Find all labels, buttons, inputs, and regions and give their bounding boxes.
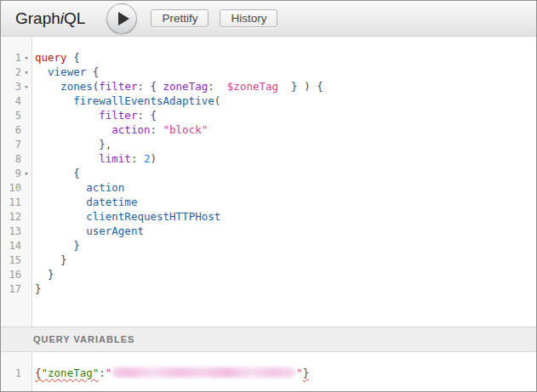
code-token: } — [48, 268, 54, 281]
toolbar: GraphiQL Prettify History — [1, 1, 536, 37]
redacted-value — [112, 367, 295, 378]
code-line: } — [35, 238, 536, 253]
line-number: 1 — [1, 366, 21, 381]
line-number: 16 — [1, 268, 21, 282]
code-token: "zoneTag" — [42, 366, 100, 379]
code-token: filter — [99, 80, 137, 93]
code-token: action — [86, 181, 124, 194]
play-icon — [118, 12, 129, 26]
code-line: } — [35, 267, 536, 281]
query-editor-code[interactable]: query { viewer { zones(filter: { zoneTag… — [32, 37, 536, 327]
fold-toggle-icon[interactable]: ▾ — [21, 65, 31, 80]
code-token — [35, 80, 60, 93]
code-token: ) — [151, 152, 157, 165]
code-token — [35, 268, 48, 281]
variables-panel-header[interactable]: QUERY VARIABLES — [1, 327, 536, 352]
code-line: action: "block" — [35, 122, 536, 137]
logo-text-2: QL — [64, 9, 85, 27]
app-logo: GraphiQL — [15, 9, 85, 28]
code-token: } ) { — [278, 80, 323, 93]
code-line: query { — [35, 50, 536, 65]
line-number: 7 — [1, 138, 21, 152]
line-number: 1 — [1, 51, 21, 65]
code-token: } — [303, 366, 310, 379]
code-line: datetime — [35, 195, 536, 209]
fold-toggle-icon[interactable]: ▾ — [21, 80, 31, 94]
code-token: userAgent — [86, 224, 144, 237]
line-number: 6 — [1, 123, 21, 138]
code-line: } — [35, 281, 536, 296]
code-token: query — [35, 51, 67, 64]
code-token: }, — [99, 138, 111, 151]
code-token: } — [35, 282, 42, 295]
code-token: clientRequestHTTPHost — [86, 210, 220, 223]
line-number: 9 — [1, 167, 21, 181]
code-token — [35, 65, 48, 78]
line-number: 17 — [1, 282, 21, 297]
code-line: zones(filter: { zoneTag: $zoneTag } ) { — [35, 79, 536, 94]
code-token: 2 — [144, 152, 151, 165]
code-token: } — [60, 253, 67, 266]
code-token: zoneTag — [163, 80, 209, 93]
code-line: filter: { — [35, 108, 536, 122]
code-token: { — [73, 167, 80, 179]
line-number: 13 — [1, 224, 21, 239]
variables-editor: 1 {"zoneTag":""} — [1, 352, 536, 391]
code-token: " — [296, 366, 303, 379]
code-token: : — [150, 123, 163, 136]
code-token: $zoneTag — [227, 80, 278, 93]
history-button[interactable]: History — [220, 9, 277, 27]
line-number: 10 — [1, 181, 21, 196]
code-line: limit: 2) — [35, 151, 536, 166]
code-token — [35, 210, 86, 223]
line-number: 3 — [1, 80, 21, 94]
code-token: " — [106, 366, 112, 379]
variables-panel-title: QUERY VARIABLES — [33, 334, 134, 344]
code-token — [35, 224, 86, 237]
graphiql-window: GraphiQL Prettify History 1▾2▾3▾456789▾1… — [0, 0, 537, 392]
code-token — [35, 167, 73, 179]
code-line: { — [35, 166, 536, 180]
code-token: { — [35, 366, 42, 379]
code-token: : { — [137, 80, 163, 93]
variables-editor-code[interactable]: {"zoneTag":""} — [32, 352, 536, 391]
code-line: action — [35, 180, 536, 195]
code-token — [214, 80, 227, 93]
fold-toggle-icon[interactable]: ▾ — [21, 167, 31, 181]
code-line: {"zoneTag":""} — [35, 366, 536, 380]
variables-editor-gutter: 1 — [1, 352, 32, 391]
line-number: 2 — [1, 65, 21, 80]
code-token: limit — [99, 152, 131, 165]
code-token: } — [73, 239, 80, 252]
code-token: ( — [214, 94, 221, 107]
code-token: : — [208, 80, 214, 93]
code-token: filter — [99, 109, 137, 122]
code-token — [35, 123, 111, 136]
code-token: : — [131, 152, 144, 165]
code-token — [35, 253, 60, 266]
line-number: 11 — [1, 196, 21, 210]
prettify-button[interactable]: Prettify — [151, 9, 209, 27]
execute-query-button[interactable] — [106, 3, 137, 34]
code-token — [35, 239, 73, 252]
code-token: { — [67, 51, 80, 64]
code-token: datetime — [86, 196, 137, 208]
query-editor: 1▾2▾3▾456789▾1011121314151617 query { vi… — [1, 37, 536, 327]
code-token: action — [111, 123, 150, 136]
line-number: 8 — [1, 152, 21, 167]
line-number: 5 — [1, 109, 21, 123]
code-line: viewer { — [35, 65, 536, 79]
line-number: 12 — [1, 210, 21, 224]
line-number: 4 — [1, 94, 21, 109]
logo-text: Graph — [15, 9, 60, 27]
fold-toggle-icon[interactable]: ▾ — [21, 51, 31, 65]
code-line: clientRequestHTTPHost — [35, 209, 536, 224]
code-token — [35, 181, 86, 194]
code-line: }, — [35, 137, 536, 151]
code-line: } — [35, 253, 536, 267]
code-token: : — [99, 366, 106, 379]
query-editor-gutter: 1▾2▾3▾456789▾1011121314151617 — [1, 37, 32, 327]
code-token — [35, 138, 99, 151]
line-number: 14 — [1, 239, 21, 253]
code-line: userAgent — [35, 224, 536, 238]
